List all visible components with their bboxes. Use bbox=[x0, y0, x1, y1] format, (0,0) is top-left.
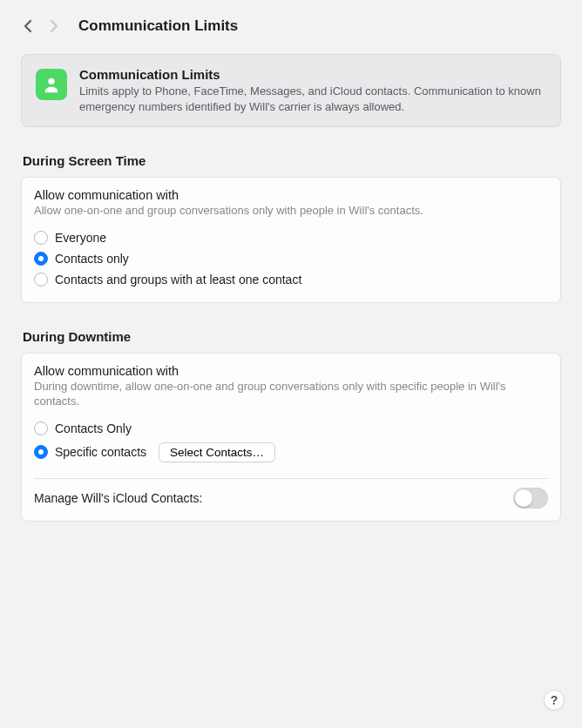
radio-input[interactable] bbox=[34, 421, 48, 435]
radio-contacts-groups[interactable]: Contacts and groups with at least one co… bbox=[34, 269, 548, 290]
info-card: Communication Limits Limits apply to Pho… bbox=[21, 54, 561, 127]
radio-downtime-contacts-only[interactable]: Contacts Only bbox=[34, 418, 548, 439]
screen-time-desc: Allow one-on-one and group conversations… bbox=[34, 204, 548, 219]
radio-input[interactable] bbox=[34, 273, 48, 286]
page-title: Communication Limits bbox=[78, 17, 238, 35]
downtime-card: Allow communication with During downtime… bbox=[21, 353, 561, 522]
forward-button bbox=[44, 14, 64, 38]
downtime-subtitle: Allow communication with bbox=[34, 364, 548, 378]
radio-label: Specific contacts bbox=[55, 445, 146, 459]
radio-input[interactable] bbox=[34, 445, 48, 459]
radio-label: Contacts only bbox=[55, 252, 129, 266]
screen-time-subtitle: Allow communication with bbox=[34, 188, 548, 202]
screen-time-card: Allow communication with Allow one-on-on… bbox=[21, 177, 561, 303]
downtime-desc: During downtime, allow one-on-one and gr… bbox=[34, 380, 548, 409]
svg-point-0 bbox=[48, 78, 54, 84]
radio-input[interactable] bbox=[34, 231, 48, 245]
manage-icloud-toggle[interactable] bbox=[513, 488, 548, 509]
manage-icloud-label: Manage Will's iCloud Contacts: bbox=[34, 491, 202, 505]
radio-label: Contacts and groups with at least one co… bbox=[55, 273, 301, 286]
header-nav: Communication Limits bbox=[0, 0, 582, 47]
radio-contacts-only[interactable]: Contacts only bbox=[34, 248, 548, 269]
radio-input[interactable] bbox=[34, 252, 48, 266]
radio-label: Everyone bbox=[55, 231, 106, 245]
communication-limits-icon bbox=[36, 69, 67, 100]
back-button[interactable] bbox=[17, 14, 38, 38]
radio-specific-contacts[interactable]: Specific contacts Select Contacts… bbox=[34, 439, 548, 466]
help-button[interactable]: ? bbox=[544, 690, 565, 711]
section-header-screen-time: During Screen Time bbox=[21, 153, 561, 168]
section-header-downtime: During Downtime bbox=[21, 329, 561, 344]
divider bbox=[34, 478, 548, 479]
select-contacts-button[interactable]: Select Contacts… bbox=[159, 442, 275, 462]
info-desc: Limits apply to Phone, FaceTime, Message… bbox=[79, 84, 546, 114]
radio-label: Contacts Only bbox=[55, 421, 132, 435]
manage-icloud-row: Manage Will's iCloud Contacts: bbox=[34, 488, 548, 509]
radio-everyone[interactable]: Everyone bbox=[34, 227, 548, 248]
info-title: Communication Limits bbox=[79, 67, 546, 82]
